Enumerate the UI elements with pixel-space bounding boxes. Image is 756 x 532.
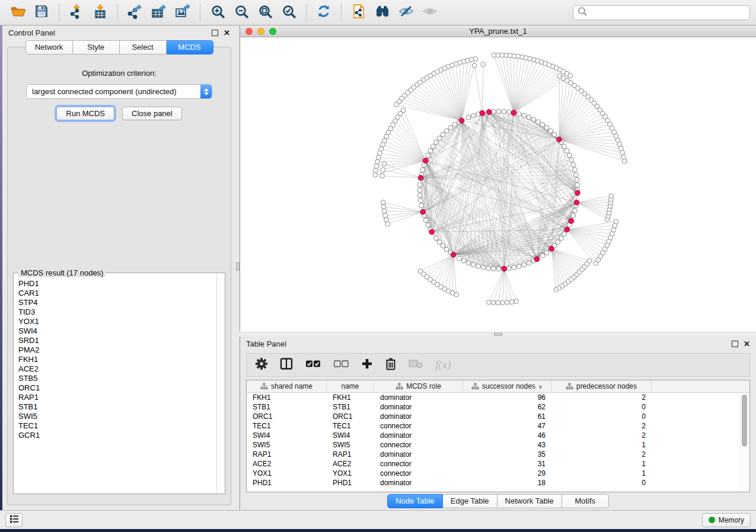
zoom-in-button[interactable] [206,2,229,23]
import-network-button[interactable] [65,2,88,23]
close-panel-button[interactable]: Close panel [122,107,182,120]
tab-network[interactable]: Network [25,40,73,55]
horizontal-splitter[interactable] [240,332,756,336]
optimization-criterion-select[interactable]: largest connected component (undirected) [26,84,212,99]
list-item[interactable]: STB5 [18,374,217,383]
table-panel-header: Table Panel ✕ [240,336,756,351]
table-cell: 2 [551,431,652,440]
add-column-button[interactable] [361,358,373,372]
deselect-all-button[interactable] [333,360,349,370]
search-box[interactable] [573,5,750,20]
tab-node-table[interactable]: Node Table [387,494,443,508]
table-row[interactable]: YOX1YOX1connector291 [247,469,749,478]
panel-list-button[interactable] [5,513,23,527]
table-row[interactable]: ORC1ORC1dominator610 [247,412,749,421]
close-panel-icon[interactable]: ✕ [744,340,750,348]
list-item[interactable]: YOX1 [18,317,217,326]
list-item[interactable]: RAP1 [18,393,217,402]
list-item[interactable]: STB1 [18,402,217,412]
table-row[interactable]: RAP1RAP1dominator352 [247,450,749,459]
table-row[interactable]: SWI5SWI5connector431 [247,440,749,450]
select-all-button[interactable] [305,360,321,370]
minimize-window-button[interactable] [257,28,264,35]
list-item[interactable]: STP4 [18,298,217,307]
splitter-handle[interactable] [236,262,240,271]
tree-icon [566,383,573,390]
refresh-layout-button[interactable] [312,2,336,23]
list-item[interactable]: TEC1 [18,421,217,431]
memory-button[interactable]: Memory [702,513,751,527]
tab-select[interactable]: Select [120,40,167,55]
table-row[interactable]: ACE2ACE2connector311 [247,459,749,469]
run-mcds-button[interactable]: Run MCDS [56,107,114,120]
hide-selected-button[interactable] [394,2,418,23]
table-options-button[interactable] [256,358,267,372]
zoom-window-button[interactable] [269,28,276,35]
float-panel-button[interactable] [732,341,738,347]
list-item[interactable]: CAR1 [18,289,217,298]
mcds-list-scrollbar[interactable] [216,274,224,493]
search-network-button[interactable] [371,2,394,23]
column-header-shared-name[interactable]: shared name [247,380,327,392]
table-row[interactable]: PHD1PHD1dominator180 [247,478,749,488]
mcds-result-list[interactable]: PHD1CAR1STP4TID3YOX1SWI4SRD1PMA2FKH1ACE2… [14,274,217,493]
table-row[interactable]: SWI4SWI4dominator462 [247,431,749,440]
delete-table-icon [409,359,423,371]
scrollbar-thumb[interactable] [742,395,747,447]
list-item[interactable]: ORC1 [18,383,217,393]
tab-network-table[interactable]: Network Table [497,494,562,508]
list-item[interactable]: FKH1 [18,355,217,364]
table-row[interactable]: FKH1FKH1dominator962 [247,393,749,402]
zoom-fit-button[interactable] [253,2,277,23]
float-panel-button[interactable] [212,30,218,36]
tab-style[interactable]: Style [73,40,120,55]
gear-icon [256,358,267,372]
list-item[interactable]: GCR1 [18,431,217,440]
list-item[interactable]: ACE2 [18,364,217,374]
table-scrollbar[interactable] [740,393,748,490]
first-neighbors-button[interactable] [347,2,371,23]
table-cell: FKH1 [247,393,327,402]
zoom-selected-button[interactable] [277,2,301,23]
open-session-button[interactable] [6,2,30,23]
selected-criterion: largest connected component (undirected) [27,87,200,96]
column-header-MCDS-role[interactable]: MCDS role [374,380,463,392]
list-item[interactable]: SWI4 [18,326,217,336]
table-cell: RAP1 [247,450,327,459]
splitter-handle[interactable] [494,333,502,336]
show-columns-button[interactable] [280,358,293,372]
tab-mcds[interactable]: MCDS [167,40,213,55]
zoom-out-button[interactable] [229,2,253,23]
close-panel-icon[interactable]: ✕ [224,29,230,37]
column-header-successor-nodes[interactable]: successor nodes∨ [463,380,551,392]
export-image-button[interactable] [171,2,194,23]
vertical-splitter[interactable] [236,25,240,510]
tab-motifs[interactable]: Motifs [562,494,609,508]
list-item[interactable]: PMA2 [18,345,217,355]
column-header-predecessor-nodes[interactable]: predecessor nodes [551,380,652,392]
export-network-button[interactable] [123,2,147,23]
list-item[interactable]: SRD1 [18,336,217,345]
network-canvas[interactable] [240,37,756,332]
show-all-button [418,2,442,23]
list-item[interactable]: SWI5 [18,412,217,421]
import-table-button[interactable] [88,2,112,23]
list-item[interactable]: PHD1 [18,279,217,289]
table-row[interactable]: TEC1TEC1connector472 [247,421,749,431]
table-row[interactable]: STB1STB1dominator620 [247,402,749,412]
list-item[interactable]: TID3 [18,307,217,317]
export-table-button[interactable] [147,2,171,23]
export-table-icon [151,4,167,21]
table-cell: connector [374,460,463,468]
network-graph[interactable] [240,37,756,332]
column-header-name[interactable]: name [327,380,374,392]
save-session-button[interactable] [30,2,53,23]
tab-edge-table[interactable]: Edge Table [443,494,497,508]
table-cell: 61 [463,412,551,421]
network-window-titlebar[interactable]: YPA_prune.txt_1 [240,25,756,37]
search-input[interactable] [590,8,745,18]
delete-column-button[interactable] [385,357,396,373]
close-window-button[interactable] [245,28,253,35]
table-toolbar: f(x) [246,353,750,377]
table-cell: dominator [374,403,463,411]
